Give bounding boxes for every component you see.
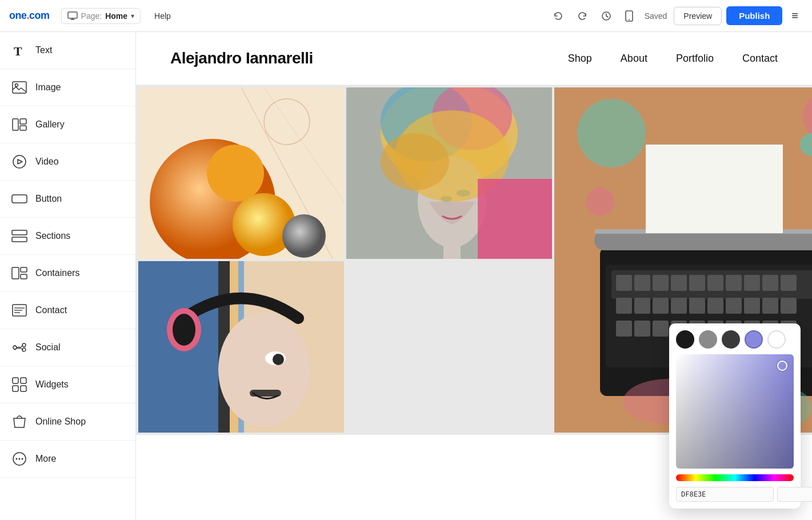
sidebar-item-gallery[interactable]: Gallery	[0, 106, 135, 143]
topbar: one.com Page: Home ▾ Help Saved Preview …	[0, 0, 812, 32]
svg-rect-92	[646, 145, 783, 233]
svg-rect-24	[13, 378, 18, 383]
sidebar-label-button: Button	[35, 194, 62, 204]
sidebar-label-text: Text	[35, 45, 52, 55]
monitor-icon	[67, 11, 78, 21]
svg-rect-78	[762, 298, 778, 314]
color-gradient-picker[interactable]	[676, 354, 794, 469]
more-icon	[11, 451, 27, 467]
red-input[interactable]	[777, 487, 812, 502]
svg-point-3	[629, 19, 630, 20]
sidebar-item-social[interactable]: Social	[0, 329, 135, 366]
svg-rect-77	[744, 298, 760, 314]
sidebar-label-social: Social	[35, 342, 61, 353]
svg-rect-67	[744, 275, 760, 291]
svg-rect-11	[12, 195, 27, 203]
svg-point-49	[381, 133, 449, 190]
svg-rect-7	[13, 119, 18, 130]
svg-rect-69	[781, 275, 797, 291]
sidebar-item-more[interactable]: More	[0, 441, 135, 478]
sidebar-label-gallery: Gallery	[35, 119, 65, 130]
svg-rect-82	[653, 321, 669, 337]
gallery-item-4[interactable]	[138, 261, 344, 433]
social-icon	[11, 339, 27, 355]
contact-icon	[11, 302, 27, 318]
swatch-blue-selected[interactable]	[745, 330, 763, 349]
gallery-icon	[11, 117, 27, 133]
undo-button[interactable]	[549, 7, 568, 25]
color-inputs	[676, 487, 794, 502]
svg-rect-16	[21, 274, 27, 279]
sidebar-label-image: Image	[35, 82, 61, 93]
publish-button[interactable]: Publish	[726, 6, 782, 25]
svg-rect-73	[671, 298, 687, 314]
svg-rect-9	[20, 126, 26, 130]
svg-rect-12	[12, 230, 27, 235]
sidebar-label-widgets: Widgets	[35, 379, 69, 390]
svg-rect-72	[653, 298, 669, 314]
shop-icon	[11, 414, 27, 430]
svg-rect-63	[671, 275, 687, 291]
hex-input[interactable]	[676, 487, 774, 502]
swatch-gray[interactable]	[699, 330, 717, 349]
nav-contact[interactable]: Contact	[742, 53, 778, 65]
svg-point-30	[19, 458, 21, 460]
sidebar-item-contact[interactable]: Contact	[0, 292, 135, 329]
swatch-black[interactable]	[676, 330, 694, 349]
svg-rect-75	[707, 298, 723, 314]
svg-rect-5	[13, 82, 26, 93]
help-button[interactable]: Help	[147, 9, 178, 23]
svg-rect-14	[12, 267, 19, 279]
button-icon	[11, 191, 27, 207]
site-nav: Shop About Portfolio Contact	[568, 53, 778, 65]
swatch-white[interactable]	[767, 330, 786, 349]
svg-rect-26	[13, 386, 18, 391]
svg-rect-107	[250, 390, 281, 397]
sidebar-item-video[interactable]: Video	[0, 143, 135, 181]
svg-point-55	[586, 187, 614, 216]
logo-text: one	[9, 10, 27, 21]
gallery-item-2[interactable]	[346, 87, 552, 259]
svg-rect-79	[781, 298, 797, 314]
sidebar-item-text[interactable]: T Text	[0, 32, 135, 69]
sidebar-item-online-shop[interactable]: Online Shop	[0, 403, 135, 441]
mobile-view-button[interactable]	[621, 7, 638, 25]
sidebar-label-sections: Sections	[35, 231, 70, 241]
svg-rect-50	[478, 179, 552, 259]
sidebar-item-widgets[interactable]: Widgets	[0, 366, 135, 403]
sidebar-item-button[interactable]: Button	[0, 181, 135, 218]
svg-point-10	[13, 155, 26, 168]
sidebar-item-sections[interactable]: Sections	[0, 218, 135, 255]
nav-shop[interactable]: Shop	[568, 53, 592, 65]
svg-point-6	[15, 84, 18, 87]
redo-button[interactable]	[573, 7, 592, 25]
swatch-dark[interactable]	[722, 330, 740, 349]
svg-rect-65	[707, 275, 723, 291]
nav-portfolio[interactable]: Portfolio	[676, 53, 714, 65]
logo[interactable]: one.com	[9, 10, 50, 22]
svg-point-38	[282, 214, 326, 258]
svg-point-31	[22, 458, 23, 460]
svg-rect-64	[689, 275, 705, 291]
page-label: Page:	[81, 11, 102, 21]
svg-rect-74	[689, 298, 705, 314]
color-picker[interactable]	[669, 323, 801, 509]
main-area: T Text Image Gallery Video	[0, 32, 812, 520]
sidebar-item-image[interactable]: Image	[0, 69, 135, 106]
hue-slider[interactable]	[676, 474, 794, 481]
svg-point-29	[16, 458, 18, 460]
sidebar-label-more: More	[35, 454, 56, 464]
svg-rect-45	[443, 225, 461, 259]
svg-rect-61	[634, 275, 650, 291]
more-options-button[interactable]: ≡	[787, 7, 803, 25]
page-selector[interactable]: Page: Home ▾	[61, 8, 141, 24]
canvas-area[interactable]: Alejandro Iannarelli Shop About Portfoli…	[136, 32, 812, 520]
svg-rect-76	[726, 298, 742, 314]
sidebar-item-containers[interactable]: Containers	[0, 255, 135, 292]
preview-button[interactable]: Preview	[674, 7, 722, 25]
history-button[interactable]	[597, 7, 616, 25]
sidebar-label-video: Video	[35, 157, 59, 167]
nav-about[interactable]: About	[621, 53, 647, 65]
gallery-item-1[interactable]	[138, 87, 344, 259]
saved-status: Saved	[642, 11, 670, 21]
